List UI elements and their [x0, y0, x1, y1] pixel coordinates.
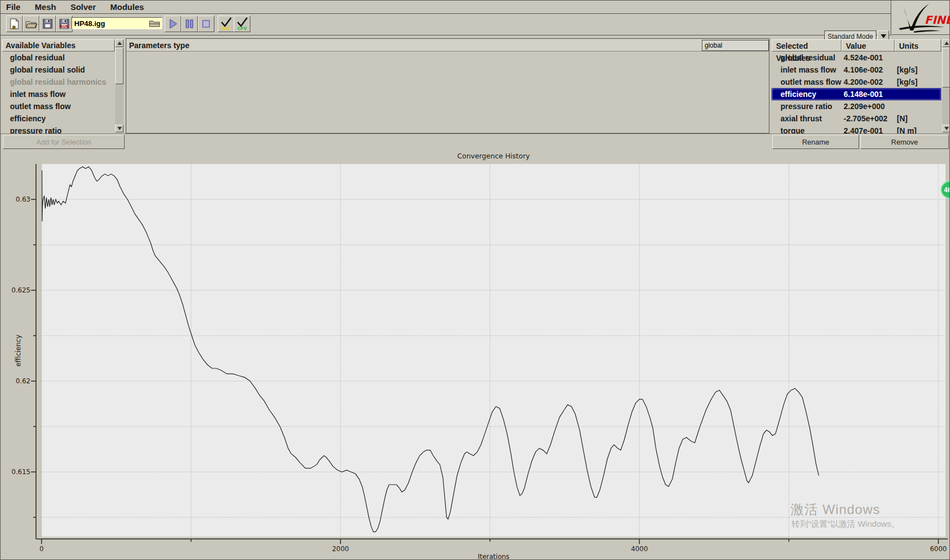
table-cell: 2.209e+000	[844, 100, 885, 112]
browse-folder-icon	[149, 19, 160, 27]
table-cell: 6.148e-001	[844, 88, 883, 100]
list-item[interactable]: outlet mass flow	[2, 100, 115, 112]
scroll-down-button[interactable]	[115, 125, 124, 132]
igg-check-button[interactable]: IGG	[218, 16, 234, 32]
column-header-units[interactable]: Units	[895, 39, 941, 52]
open-folder-icon	[25, 18, 37, 30]
table-cell: [N]	[897, 112, 907, 125]
windows-activation-watermark: 激活 Windows	[790, 501, 880, 518]
y-axis-label: efficiency	[14, 335, 22, 367]
new-project-button[interactable]: ✱	[6, 16, 23, 32]
open-project-button[interactable]	[23, 16, 39, 32]
table-cell: axial thrust	[780, 112, 822, 125]
toolbar: ✱ RUN	[1, 14, 891, 35]
cfv-check-button[interactable]: CFV	[234, 16, 250, 32]
fine-application-window: File Mesh Solver Modules ✱	[0, 0, 950, 560]
menu-item-solver[interactable]: Solver	[70, 2, 96, 12]
save-run-button[interactable]: RUN	[56, 16, 73, 32]
y-tick-label: 0.625	[12, 286, 30, 294]
list-item[interactable]: efficiency	[2, 112, 115, 125]
fine-swoosh-icon: FINE	[891, 1, 950, 34]
selected-variables-scrollbar[interactable]	[942, 39, 950, 132]
table-row[interactable]: efficiency6.148e-001	[772, 88, 941, 100]
svg-text:RUN: RUN	[60, 24, 69, 29]
svg-text:CFV: CFV	[238, 26, 247, 31]
up-arrow-icon	[944, 42, 949, 45]
table-cell: pressure ratio	[780, 100, 832, 112]
table-row[interactable]: pressure ratio2.209e+000	[772, 100, 941, 112]
column-header-selected-variables[interactable]: Selected Variables	[772, 39, 841, 52]
column-header-value[interactable]: Value	[841, 39, 895, 52]
list-item[interactable]: global residual harmonics	[2, 76, 115, 88]
menu-item-mesh[interactable]: Mesh	[35, 2, 56, 12]
browse-button[interactable]	[149, 19, 160, 27]
scroll-up-button[interactable]	[115, 39, 124, 47]
floppy-run-icon: RUN	[58, 18, 70, 30]
menu-item-modules[interactable]: Modules	[110, 2, 144, 12]
available-variables-list[interactable]: global residualglobal residual solidglob…	[2, 52, 115, 133]
svg-text:FINE: FINE	[925, 13, 950, 27]
project-file-input[interactable]	[72, 19, 149, 28]
table-cell: 4.200e-002	[844, 76, 883, 88]
y-tick-label: 0.63	[16, 196, 30, 203]
pause-icon	[184, 18, 195, 29]
list-item[interactable]: pressure ratio	[2, 125, 115, 133]
table-cell: 4.524e-001	[844, 52, 883, 64]
table-row[interactable]: torque2.407e-001[N m]	[772, 125, 941, 133]
add-for-selection-button[interactable]: Add for Selection	[3, 135, 125, 149]
parameters-panel	[126, 38, 769, 133]
fine-logo: FINE	[891, 1, 950, 35]
table-cell: -2.705e+002	[844, 112, 887, 125]
stop-icon	[201, 18, 212, 29]
scroll-thumb[interactable]	[942, 48, 950, 88]
pause-solver-button[interactable]	[181, 16, 198, 32]
table-cell: torque	[780, 125, 805, 133]
parameters-type-header: Parameters type	[126, 39, 769, 52]
scroll-thumb[interactable]	[115, 48, 124, 84]
list-item[interactable]: global residual solid	[2, 64, 115, 76]
table-row[interactable]: inlet mass flow4.106e-002[kg/s]	[772, 64, 941, 76]
chart-title: Convergence History	[458, 152, 530, 160]
convergence-history-chart: Convergence History0.630.6250.620.615020…	[1, 149, 950, 560]
x-tick-label: 6000	[930, 545, 947, 553]
table-cell: inlet mass flow	[780, 64, 836, 76]
dropdown-arrow-icon	[881, 34, 886, 38]
play-icon	[167, 18, 178, 29]
down-arrow-icon	[117, 127, 122, 130]
list-item[interactable]: inlet mass flow	[2, 88, 115, 100]
down-arrow-icon	[944, 127, 949, 130]
selected-variables-table[interactable]: global residual4.524e-001inlet mass flow…	[772, 52, 941, 133]
table-row[interactable]: axial thrust-2.705e+002[N]	[772, 112, 941, 125]
table-cell: [kg/s]	[897, 64, 917, 76]
available-variables-scrollbar[interactable]	[115, 39, 124, 132]
available-variables-header: Available Variables	[2, 39, 115, 52]
y-tick-label: 0.62	[16, 377, 30, 385]
remove-button[interactable]: Remove	[860, 135, 949, 149]
list-item[interactable]: global residual	[2, 52, 115, 64]
x-tick-label: 0	[39, 545, 44, 553]
table-cell: global residual	[780, 52, 835, 64]
scroll-down-button[interactable]	[942, 125, 950, 132]
project-file-field	[71, 17, 162, 29]
plot-area	[42, 164, 946, 537]
save-button[interactable]	[39, 16, 56, 32]
rename-button[interactable]: Rename	[772, 135, 859, 149]
table-row[interactable]: outlet mass flow4.200e-002[kg/s]	[772, 76, 941, 88]
svg-text:IGG: IGG	[222, 26, 230, 31]
table-cell: [N m]	[897, 125, 917, 133]
table-cell: efficiency	[780, 88, 817, 100]
stop-solver-button[interactable]	[198, 16, 214, 32]
menu-item-file[interactable]: File	[6, 2, 20, 12]
section-divider	[1, 133, 950, 134]
table-cell: outlet mass flow	[780, 76, 841, 88]
floppy-icon	[42, 18, 54, 30]
new-file-icon: ✱	[8, 18, 20, 30]
igg-check-icon: IGG	[219, 17, 233, 31]
parameters-filter-input[interactable]	[702, 40, 769, 51]
run-solver-button[interactable]	[165, 16, 181, 32]
table-row[interactable]: global residual4.524e-001	[772, 52, 941, 64]
scroll-up-button[interactable]	[942, 39, 950, 47]
up-arrow-icon	[117, 42, 122, 45]
x-tick-label: 2000	[332, 545, 349, 553]
svg-text:✱: ✱	[12, 24, 16, 30]
